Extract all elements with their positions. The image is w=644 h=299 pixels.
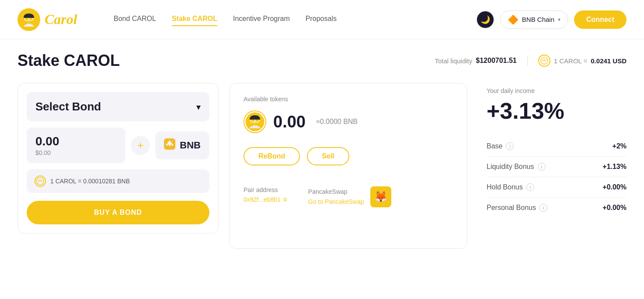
- dark-mode-button[interactable]: 🌙: [477, 11, 494, 28]
- available-tokens-label: Available tokens: [244, 96, 453, 103]
- carol-bnb-rate-text: 1 CAROL = 0.00010281 BNB: [50, 178, 130, 185]
- bnb-label: BNB: [180, 140, 201, 151]
- svg-point-6: [544, 60, 546, 61]
- bnb-token-box: BNB: [155, 131, 209, 159]
- carol-rate-value: 0.0241 USD: [591, 57, 627, 65]
- page-title: Stake CAROL: [17, 52, 120, 70]
- chevron-down-icon: ▾: [558, 17, 560, 23]
- carol-token-icon: [244, 110, 266, 133]
- hold-bonus-left: Hold Bonus i: [487, 183, 534, 191]
- pancake-info: PancakeSwap Go to PancakeSwap: [308, 188, 364, 206]
- carol-rate-stat: 1 CAROL = 0.0241 USD: [538, 55, 627, 67]
- bond-amount-box: 0.00 $0.00: [27, 127, 125, 163]
- token-amount-value: 0.00: [273, 113, 306, 131]
- personal-bonus-row: Personal Bonus i +0.00%: [487, 198, 627, 218]
- carol-rate-icon: [538, 55, 550, 67]
- base-income-left: Base i: [487, 142, 514, 150]
- pair-address-value[interactable]: 0x92f...eb8b1 ⧉: [244, 196, 287, 203]
- token-row: 0.00 ≈0.0000 BNB: [244, 110, 453, 133]
- total-liquidity-value: $1200701.51: [476, 57, 516, 65]
- liquidity-bonus-row: Liquidity Bonus i +1.13%: [487, 157, 627, 177]
- stat-divider: [527, 55, 528, 66]
- logo-avatar: [17, 8, 40, 31]
- svg-point-8: [37, 178, 44, 185]
- carol-bnb-rate-box: 1 CAROL = 0.00010281 BNB: [27, 169, 209, 193]
- chevron-down-icon: ▾: [196, 102, 201, 112]
- base-value: +2%: [613, 142, 627, 150]
- hold-bonus-value: +0.00%: [602, 183, 627, 191]
- go-to-pancakeswap-link[interactable]: Go to PancakeSwap: [308, 198, 364, 205]
- logo-area: Carol: [17, 8, 87, 31]
- personal-bonus-value: +0.00%: [602, 204, 627, 212]
- chain-label: BNB Chain: [522, 16, 554, 23]
- pair-address-label: Pair address: [244, 186, 287, 193]
- plus-button[interactable]: +: [131, 136, 150, 155]
- personal-bonus-info-icon[interactable]: i: [540, 204, 547, 212]
- nav-stake-carol[interactable]: Stake CAROL: [172, 15, 217, 24]
- hold-bonus-label: Hold Bonus: [487, 183, 523, 191]
- page-stats: Total liquidity $1200701.51 1 CAROL = 0.…: [435, 55, 627, 67]
- liquidity-bonus-info-icon[interactable]: i: [538, 163, 546, 171]
- personal-bonus-label: Personal Bonus: [487, 204, 536, 212]
- pancakeswap-label: PancakeSwap: [308, 188, 364, 195]
- pancakeswap-logo: 🦊: [370, 186, 391, 207]
- carol-token-icon: [35, 175, 46, 187]
- nav-bond-carol[interactable]: Bond CAROL: [114, 15, 156, 24]
- action-buttons: ReBond Sell: [244, 147, 453, 165]
- header-right: 🌙 🔶 BNB Chain ▾ Connect: [477, 10, 627, 29]
- hold-bonus-row: Hold Bonus i +0.00%: [487, 177, 627, 198]
- select-bond-text: Select Bond: [35, 100, 101, 113]
- main-nav: Bond CAROL Stake CAROL Incentive Program…: [114, 15, 459, 24]
- base-info-icon[interactable]: i: [506, 142, 514, 150]
- pair-section: Pair address 0x92f...eb8b1 ⧉ PancakeSwap…: [244, 186, 453, 207]
- header: Carol Bond CAROL Stake CAROL Incentive P…: [0, 0, 644, 39]
- bond-input-row: 0.00 $0.00 + BNB: [27, 127, 209, 163]
- nav-proposals[interactable]: Proposals: [306, 15, 337, 24]
- liquidity-bonus-value: +1.13%: [602, 163, 627, 171]
- base-label: Base: [487, 142, 502, 150]
- hold-bonus-info-icon[interactable]: i: [526, 183, 534, 191]
- rebond-button[interactable]: ReBond: [244, 147, 300, 165]
- pancake-area: PancakeSwap Go to PancakeSwap 🦊: [308, 186, 391, 207]
- page-header: Stake CAROL Total liquidity $1200701.51 …: [0, 39, 644, 79]
- svg-point-5: [543, 60, 544, 61]
- middle-panel: Available tokens 0.00 ≈0.0000 BNB ReBond…: [229, 83, 467, 249]
- liquidity-bonus-label: Liquidity Bonus: [487, 163, 534, 171]
- daily-income-label: Your daily income: [487, 87, 627, 94]
- bond-amount-usd: $0.00: [35, 149, 117, 156]
- bnb-chain-icon: 🔶: [508, 14, 519, 25]
- bond-amount-value: 0.00: [35, 134, 117, 148]
- nav-incentive[interactable]: Incentive Program: [233, 15, 290, 24]
- left-panel: Select Bond ▾ 0.00 $0.00 +: [17, 83, 219, 234]
- svg-point-9: [38, 180, 40, 182]
- chain-selector[interactable]: 🔶 BNB Chain ▾: [500, 10, 568, 29]
- total-liquidity-stat: Total liquidity $1200701.51: [435, 57, 516, 65]
- base-income-row: Base i +2%: [487, 136, 627, 157]
- liquidity-bonus-left: Liquidity Bonus i: [487, 163, 546, 171]
- main-content: Select Bond ▾ 0.00 $0.00 +: [0, 79, 644, 262]
- logo-text: Carol: [45, 11, 77, 27]
- select-bond-dropdown[interactable]: Select Bond ▾: [27, 92, 209, 121]
- carol-rate-label: 1 CAROL =: [554, 57, 588, 65]
- personal-bonus-left: Personal Bonus i: [487, 204, 547, 212]
- sell-button[interactable]: Sell: [307, 147, 349, 165]
- copy-icon[interactable]: ⧉: [283, 196, 287, 203]
- connect-button[interactable]: Connect: [574, 10, 627, 29]
- total-liquidity-label: Total liquidity: [435, 57, 472, 65]
- token-bnb-approx: ≈0.0000 BNB: [316, 118, 358, 126]
- daily-income-value: +3.13%: [487, 98, 627, 124]
- buy-bond-button[interactable]: BUY A BOND: [27, 201, 209, 224]
- svg-point-10: [40, 180, 42, 182]
- pair-address-area: Pair address 0x92f...eb8b1 ⧉: [244, 186, 287, 203]
- right-panel: Your daily income +3.13% Base i +2% Liqu…: [478, 83, 627, 222]
- bnb-icon: [164, 138, 175, 152]
